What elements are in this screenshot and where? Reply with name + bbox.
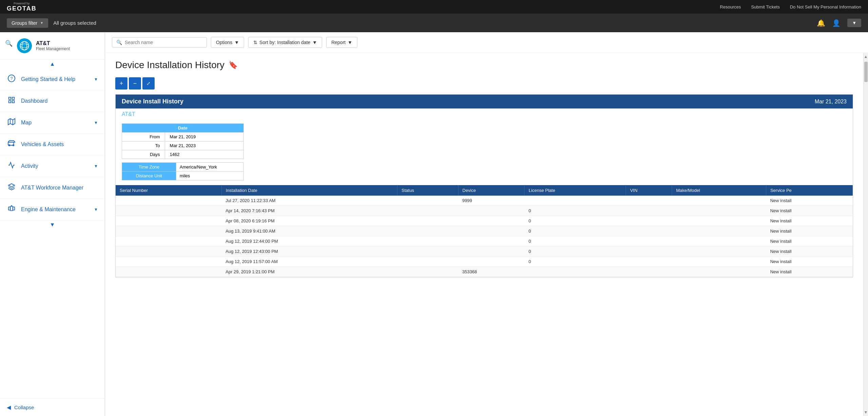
cell-vin: [626, 246, 672, 257]
cell-status: [397, 226, 458, 236]
main-layout: 🔍 AT&T Fleet Management ▲ ?: [0, 32, 868, 416]
cell-device: [458, 206, 525, 216]
sidebar-item-label-dashboard: Dashboard: [21, 98, 98, 104]
cell-serial: [116, 196, 221, 206]
cell-make: [672, 226, 766, 236]
table-row: Jul 27, 2020 11:22:33 AM 9999 New instal…: [116, 196, 853, 206]
sort-button[interactable]: ⇅ Sort by: Installation date ▼: [248, 37, 322, 48]
cell-serial: [116, 246, 221, 257]
sidebar-item-engine[interactable]: Engine & Maintenance ▼: [0, 199, 105, 220]
table-row: Apr 29, 2019 1:21:00 PM 353368 New insta…: [116, 267, 853, 277]
sidebar-item-label-getting-started: Getting Started & Help: [21, 76, 89, 82]
geotab-brand-name: GEOTAB: [7, 5, 37, 12]
cell-vin: [626, 257, 672, 267]
svg-rect-18: [13, 207, 15, 210]
cell-license: [525, 267, 626, 277]
sidebar-scroll-down[interactable]: ▼: [0, 220, 105, 229]
search-icon: 🔍: [116, 40, 122, 45]
sidebar-item-label-workforce: AT&T Workforce Manager: [21, 185, 98, 191]
sidebar-search-button[interactable]: 🔍: [5, 40, 13, 47]
table-row: Days 1462: [122, 150, 244, 159]
att-logo: [17, 38, 32, 53]
sidebar-chevron-map: ▼: [94, 120, 98, 125]
bookmark-icon[interactable]: 🔖: [229, 61, 238, 70]
user-menu-label: ▼: [852, 20, 856, 25]
table-row: Distance Unit miles: [122, 172, 244, 180]
cell-make: [672, 257, 766, 267]
powered-by-text: Powered by: [14, 2, 30, 5]
cell-service: New install: [766, 246, 852, 257]
activity-icon: [7, 161, 16, 171]
groups-bar: Groups filter ▼ All groups selected 🔔 👤 …: [0, 14, 868, 32]
sidebar-item-map[interactable]: Map ▼: [0, 112, 105, 134]
cell-service: New install: [766, 257, 852, 267]
options-label: Options: [216, 40, 232, 45]
cell-serial: [116, 206, 221, 216]
report-company: AT&T: [116, 108, 853, 120]
page-title-row: Device Installation History 🔖: [115, 60, 853, 71]
report-button[interactable]: Report ▼: [326, 37, 357, 48]
do-not-sell-link[interactable]: Do Not Sell My Personal Information: [790, 4, 861, 9]
workforce-icon: [7, 183, 16, 192]
sidebar-scroll-up[interactable]: ▲: [0, 60, 105, 68]
date-table-header: Date: [122, 124, 244, 133]
sidebar-item-vehicles[interactable]: Vehicles & Assets: [0, 134, 105, 155]
col-service: Service Pe: [766, 185, 852, 196]
sidebar-brand-name: AT&T: [36, 40, 70, 46]
user-menu-button[interactable]: ▼: [847, 19, 861, 27]
cell-vin: [626, 267, 672, 277]
content-toolbar: 🔍 Options ▼ ⇅ Sort by: Installation date…: [105, 32, 868, 53]
cell-license: 0: [525, 226, 626, 236]
sidebar-item-getting-started[interactable]: ? Getting Started & Help ▼: [0, 68, 105, 90]
options-button[interactable]: Options ▼: [211, 37, 244, 48]
fit-button[interactable]: ⤢: [142, 77, 155, 90]
cell-date: Apr 14, 2020 7:16:43 PM: [221, 206, 397, 216]
sidebar: 🔍 AT&T Fleet Management ▲ ?: [0, 32, 105, 416]
report-header-bar: Device Install History Mar 21, 2023: [116, 95, 853, 108]
report-controls: + − ⤢: [115, 77, 853, 90]
user-icon[interactable]: 👤: [832, 19, 841, 27]
cell-vin: [626, 226, 672, 236]
sidebar-item-dashboard[interactable]: Dashboard: [0, 90, 105, 112]
page-title: Device Installation History: [115, 60, 224, 71]
cell-make: [672, 267, 766, 277]
notification-bell-icon[interactable]: 🔔: [817, 19, 825, 27]
submit-tickets-link[interactable]: Submit Tickets: [751, 4, 780, 9]
tz-info-table: Time Zone America/New_York Distance Unit…: [122, 162, 244, 180]
right-scrollbar: ▲ ▼: [863, 53, 868, 416]
col-status: Status: [397, 185, 458, 196]
search-input[interactable]: [125, 40, 202, 45]
cell-license: 0: [525, 257, 626, 267]
scroll-thumb[interactable]: [864, 62, 868, 82]
svg-marker-13: [8, 141, 15, 142]
cell-device: [458, 246, 525, 257]
sidebar-item-att-workforce[interactable]: AT&T Workforce Manager: [0, 177, 105, 199]
sidebar-collapse-button[interactable]: ◀ Collapse: [0, 398, 105, 416]
cell-device: [458, 257, 525, 267]
cell-status: [397, 216, 458, 226]
cell-license: 0: [525, 246, 626, 257]
zoom-out-button[interactable]: −: [129, 77, 141, 90]
geotab-logo: Powered by GEOTAB: [7, 2, 37, 12]
report-label: Report: [331, 40, 346, 45]
zoom-in-button[interactable]: +: [115, 77, 127, 90]
installation-data-table: Serial Number Installation Date Status D…: [116, 185, 853, 277]
sidebar-item-activity[interactable]: Activity ▼: [0, 155, 105, 177]
cell-license: [525, 196, 626, 206]
cell-device: 353368: [458, 267, 525, 277]
date-to-value: Mar 21, 2023: [165, 141, 243, 150]
scroll-down-arrow[interactable]: ▼: [863, 409, 868, 416]
groups-filter-button[interactable]: Groups filter ▼: [7, 18, 48, 28]
cell-make: [672, 206, 766, 216]
svg-point-1: [20, 44, 28, 47]
date-to-label: To: [122, 141, 165, 150]
scroll-up-arrow[interactable]: ▲: [863, 53, 868, 60]
sidebar-chevron-activity: ▼: [94, 164, 98, 169]
cell-status: [397, 267, 458, 277]
groups-filter-chevron: ▼: [40, 21, 43, 25]
report-header-title: Device Install History: [122, 98, 183, 105]
cell-status: [397, 246, 458, 257]
table-row: Apr 14, 2020 7:16:43 PM 0 New install: [116, 206, 853, 216]
resources-link[interactable]: Resources: [720, 4, 741, 9]
collapse-chevron-icon: ◀: [7, 404, 11, 411]
